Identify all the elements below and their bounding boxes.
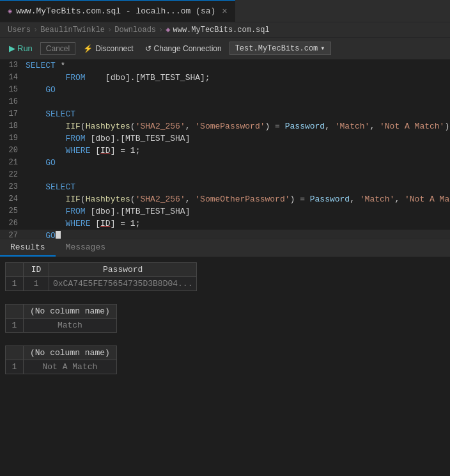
code-line-26: 26 WHERE [ID] = 1; bbox=[0, 218, 450, 230]
toolbar: ▶ Run Cancel ⚡ Disconnect ↺ Change Conne… bbox=[0, 38, 450, 60]
tab-label: www.MyTecBits.com.sql - localh...om (sa) bbox=[16, 6, 215, 16]
code-editor[interactable]: 13 SELECT * 14 FROM [dbo].[MTB_TEST_SHA]… bbox=[0, 60, 450, 239]
sep2: › bbox=[107, 26, 112, 35]
results-panel: Results Messages ID Password 1 1 0xCA7 bbox=[0, 239, 450, 392]
breadcrumb-downloads[interactable]: Downloads bbox=[114, 26, 156, 35]
tab-messages[interactable]: Messages bbox=[56, 239, 116, 257]
result-table-2: (No column name) 1 Match bbox=[0, 304, 450, 333]
result-table-1: ID Password 1 1 0xCA74E5FE75654735D3B8D0… bbox=[0, 262, 450, 291]
table-row: 1 Not A Match bbox=[6, 360, 117, 374]
disconnect-label: Disconnect bbox=[95, 44, 133, 53]
connection-dropdown[interactable]: Test.MyTecBits.com ▾ bbox=[229, 42, 331, 55]
col-header-no-col-name-2: (No column name) bbox=[24, 305, 117, 319]
disconnect-icon: ⚡ bbox=[83, 44, 93, 53]
cell-id: 1 bbox=[24, 277, 49, 291]
code-line-18: 18 IIF(Hashbytes('SHA2_256', 'SomePasswo… bbox=[0, 120, 450, 132]
tab-results[interactable]: Results bbox=[0, 239, 56, 257]
code-line-24: 24 IIF(Hashbytes('SHA2_256', 'SomeOtherP… bbox=[0, 193, 450, 205]
code-line-20: 20 WHERE [ID] = 1; bbox=[0, 145, 450, 157]
run-button[interactable]: ▶ Run bbox=[5, 42, 36, 54]
results-tabs: Results Messages bbox=[0, 239, 450, 257]
db-icon: ◈ bbox=[166, 25, 170, 35]
tab-bar: ◈ www.MyTecBits.com.sql - localh...om (s… bbox=[0, 0, 450, 22]
result-table-3: (No column name) 1 Not A Match bbox=[0, 345, 450, 374]
breadcrumb-db[interactable]: www.MyTecBits.com.sql bbox=[173, 26, 270, 35]
sep3: › bbox=[159, 26, 163, 35]
cell-not-a-match: Not A Match bbox=[24, 360, 117, 374]
code-line-19: 19 FROM [dbo].[MTB_TEST_SHA] bbox=[0, 132, 450, 145]
code-line-27: 27 GO bbox=[0, 230, 450, 239]
disconnect-button[interactable]: ⚡ Disconnect bbox=[79, 43, 137, 54]
code-line-22: 22 bbox=[0, 169, 450, 181]
breadcrumb-user[interactable]: BeaulinTwinkle bbox=[40, 26, 105, 35]
code-line-25: 25 FROM [dbo].[MTB_TEST_SHA] bbox=[0, 205, 450, 218]
run-icon: ▶ bbox=[9, 44, 15, 53]
sep1: › bbox=[33, 26, 38, 35]
code-line-14: 14 FROM [dbo].[MTB_TEST_SHA]; bbox=[0, 72, 450, 84]
cancel-button[interactable]: Cancel bbox=[40, 42, 75, 55]
cancel-label: Cancel bbox=[46, 44, 70, 53]
row-number: 1 bbox=[6, 360, 24, 374]
code-line-16: 16 bbox=[0, 96, 450, 108]
breadcrumb: Users › BeaulinTwinkle › Downloads › ◈ w… bbox=[0, 22, 450, 38]
col-header-password: Password bbox=[49, 263, 197, 277]
change-connection-button[interactable]: ↺ Change Connection bbox=[141, 43, 226, 54]
col-header-id: ID bbox=[24, 263, 49, 277]
corner-header-2 bbox=[6, 305, 24, 319]
run-label: Run bbox=[17, 44, 33, 53]
sql-icon: ◈ bbox=[8, 6, 12, 16]
code-line-13: 13 SELECT * bbox=[0, 60, 450, 72]
col-header-no-col-name-3: (No column name) bbox=[24, 346, 117, 360]
code-line-17: 17 SELECT bbox=[0, 108, 450, 120]
change-conn-icon: ↺ bbox=[145, 44, 151, 53]
close-tab-button[interactable]: × bbox=[222, 6, 227, 17]
change-conn-label: Change Connection bbox=[154, 44, 222, 53]
cell-match: Match bbox=[24, 319, 117, 333]
corner-header-3 bbox=[6, 346, 24, 360]
active-tab[interactable]: ◈ www.MyTecBits.com.sql - localh...om (s… bbox=[0, 0, 235, 22]
code-line-21: 21 GO bbox=[0, 157, 450, 169]
row-number: 1 bbox=[6, 319, 24, 333]
table-row: 1 1 0xCA74E5FE75654735D3B8D04... bbox=[6, 277, 197, 291]
row-number: 1 bbox=[6, 277, 24, 291]
dropdown-arrow-icon: ▾ bbox=[320, 44, 325, 53]
connection-value: Test.MyTecBits.com bbox=[235, 44, 318, 53]
result-tables: ID Password 1 1 0xCA74E5FE75654735D3B8D0… bbox=[0, 257, 450, 392]
table-row: 1 Match bbox=[6, 319, 117, 333]
breadcrumb-users[interactable]: Users bbox=[8, 26, 31, 35]
code-line-15: 15 GO bbox=[0, 84, 450, 96]
corner-header-1 bbox=[6, 263, 24, 277]
code-line-23: 23 SELECT bbox=[0, 181, 450, 193]
cell-password: 0xCA74E5FE75654735D3B8D04... bbox=[49, 277, 197, 291]
